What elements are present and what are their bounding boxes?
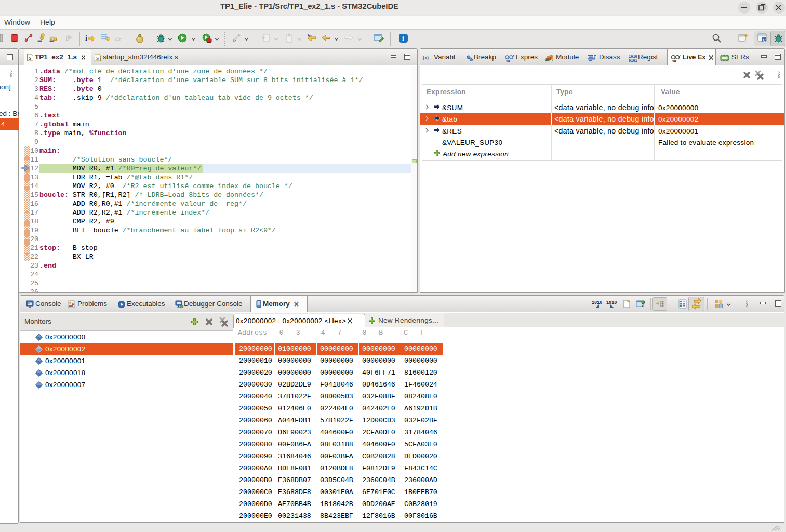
svg-text:x=: x= [672, 59, 676, 63]
svg-text:i: i [85, 34, 87, 42]
svg-text:(x)=: (x)= [423, 55, 431, 60]
svg-text:1010: 1010 [629, 55, 637, 59]
svg-text:C: C [763, 38, 766, 43]
svg-text:S: S [96, 56, 99, 61]
svg-text:x=: x= [506, 59, 510, 63]
svg-text:0101: 0101 [629, 59, 637, 62]
svg-text:S: S [29, 56, 31, 61]
svg-text:i: i [402, 34, 404, 42]
svg-text:1010: 1010 [606, 300, 617, 305]
svg-text:1010: 1010 [592, 300, 602, 305]
